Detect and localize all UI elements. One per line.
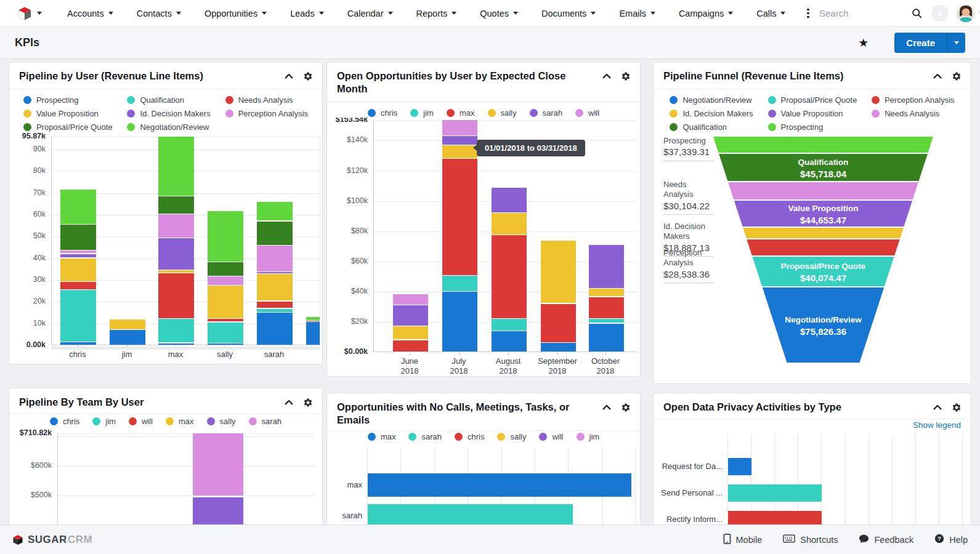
gear-icon[interactable]: [952, 71, 962, 81]
footer-link-feedback[interactable]: Feedback: [859, 534, 913, 545]
bar-segment[interactable]: [158, 273, 194, 318]
gear-icon[interactable]: [621, 403, 631, 412]
bar-segment[interactable]: [492, 331, 527, 351]
notification-badge[interactable]: 0: [931, 5, 948, 22]
legend-item[interactable]: Id. Decision Makers: [670, 109, 753, 118]
bar-segment[interactable]: [208, 319, 243, 321]
bar-segment[interactable]: [257, 302, 293, 308]
bar-segment[interactable]: [257, 272, 293, 273]
bar-segment[interactable]: [492, 235, 527, 318]
legend-item[interactable]: sally: [207, 417, 236, 426]
collapse-chevron-up-icon[interactable]: [602, 71, 612, 81]
bar-segment[interactable]: [208, 262, 243, 276]
funnel-segment[interactable]: Value Proposition$44,653.47: [713, 201, 933, 227]
search-icon[interactable]: [912, 8, 922, 18]
bar-segment[interactable]: [158, 196, 194, 214]
more-menu-icon[interactable]: [797, 9, 819, 18]
bar-segment[interactable]: [492, 188, 527, 212]
legend-item[interactable]: Perception Analysis: [225, 109, 308, 118]
nav-item-campaigns[interactable]: Campaigns: [667, 0, 745, 27]
bar-segment[interactable]: [257, 202, 293, 221]
bar-segment[interactable]: [208, 286, 243, 318]
nav-item-calls[interactable]: Calls: [745, 0, 797, 27]
bar-segment[interactable]: [60, 342, 96, 345]
funnel-segment[interactable]: [713, 228, 933, 238]
collapse-chevron-up-icon[interactable]: [284, 398, 294, 407]
bar-segment[interactable]: [306, 317, 320, 320]
legend-item[interactable]: Qualification: [127, 95, 184, 105]
bar-segment[interactable]: [158, 343, 194, 345]
legend-item[interactable]: jim: [410, 108, 434, 118]
collapse-chevron-up-icon[interactable]: [602, 403, 612, 412]
bar-segment[interactable]: [208, 276, 243, 285]
legend-item[interactable]: Negotiation/Review: [127, 122, 209, 132]
funnel-segment[interactable]: [713, 137, 933, 153]
bar-segment[interactable]: [60, 254, 96, 258]
nav-item-documents[interactable]: Documents: [530, 0, 607, 27]
funnel-segment[interactable]: Proposal/Price Quote$40,074.47: [713, 257, 933, 286]
legend-item[interactable]: Needs Analysis: [872, 109, 939, 118]
nav-item-reports[interactable]: Reports: [405, 0, 469, 27]
bar-segment[interactable]: [393, 294, 428, 305]
nav-item-quotes[interactable]: Quotes: [468, 0, 530, 27]
legend-item[interactable]: max: [368, 432, 396, 441]
bar-segment[interactable]: [60, 190, 96, 223]
bar-segment[interactable]: [158, 270, 194, 273]
bar-segment[interactable]: [393, 326, 428, 339]
legend-item[interactable]: chris: [368, 108, 397, 118]
collapse-chevron-up-icon[interactable]: [933, 71, 942, 81]
legend-item[interactable]: sally: [497, 432, 526, 441]
bar-segment[interactable]: [257, 313, 293, 345]
legend-item[interactable]: max: [166, 417, 194, 426]
legend-item[interactable]: chris: [455, 432, 484, 441]
app-logo[interactable]: [17, 6, 42, 21]
search-input[interactable]: [819, 8, 905, 18]
bar-segment[interactable]: [589, 324, 624, 351]
legend-item[interactable]: Value Proposition: [23, 109, 99, 118]
bar-segment[interactable]: [60, 225, 96, 250]
bar-segment[interactable]: [257, 222, 293, 245]
bar-segment[interactable]: [589, 245, 624, 288]
legend-item[interactable]: max: [447, 108, 475, 118]
funnel-segment[interactable]: Negotiation/Review$75,826.36: [713, 287, 933, 363]
bar-segment[interactable]: [158, 319, 194, 342]
legend-item[interactable]: sally: [488, 108, 517, 118]
legend-item[interactable]: Negotiation/Review: [670, 95, 751, 105]
bar-segment[interactable]: [442, 292, 477, 351]
bar-segment[interactable]: [60, 259, 96, 281]
bar-segment[interactable]: [393, 305, 428, 326]
legend-item[interactable]: Proposal/Price Quote: [23, 122, 113, 132]
nav-item-emails[interactable]: Emails: [607, 0, 667, 27]
legend-item[interactable]: sarah: [530, 108, 563, 118]
legend-item[interactable]: Id. Decision Makers: [127, 109, 210, 118]
legend-item[interactable]: Qualification: [670, 122, 727, 132]
nav-item-leads[interactable]: Leads: [278, 0, 336, 27]
footer-link-mobile[interactable]: Mobile: [723, 534, 763, 546]
footer-link-shortcuts[interactable]: Shortcuts: [783, 534, 838, 545]
bar-segment[interactable]: [541, 241, 576, 303]
bar-segment[interactable]: [393, 340, 428, 351]
gear-icon[interactable]: [303, 398, 313, 407]
legend-item[interactable]: sarah: [249, 417, 282, 426]
legend-item[interactable]: Value Proposition: [768, 109, 843, 118]
favorite-star-icon[interactable]: ★: [858, 36, 869, 50]
gear-icon[interactable]: [303, 71, 313, 81]
bar-segment[interactable]: [589, 289, 624, 296]
bar[interactable]: [728, 484, 822, 502]
bar-segment[interactable]: [541, 343, 576, 351]
bar-segment[interactable]: [257, 246, 293, 271]
footer-link-help[interactable]: ?Help: [934, 534, 968, 545]
show-legend-link[interactable]: Show legend: [913, 420, 961, 430]
nav-item-contacts[interactable]: Contacts: [125, 0, 193, 27]
bar-segment[interactable]: [158, 137, 194, 195]
bar-segment[interactable]: [442, 276, 477, 291]
legend-item[interactable]: Needs Analysis: [225, 95, 293, 105]
bar-segment[interactable]: [492, 319, 527, 330]
collapse-chevron-up-icon[interactable]: [284, 71, 294, 81]
bar-segment[interactable]: [110, 319, 145, 329]
bar-segment[interactable]: [306, 321, 320, 321]
legend-item[interactable]: Prospecting: [23, 95, 79, 105]
legend-item[interactable]: sarah: [408, 432, 442, 441]
legend-item[interactable]: will: [539, 432, 563, 441]
bar-segment[interactable]: [158, 238, 194, 270]
